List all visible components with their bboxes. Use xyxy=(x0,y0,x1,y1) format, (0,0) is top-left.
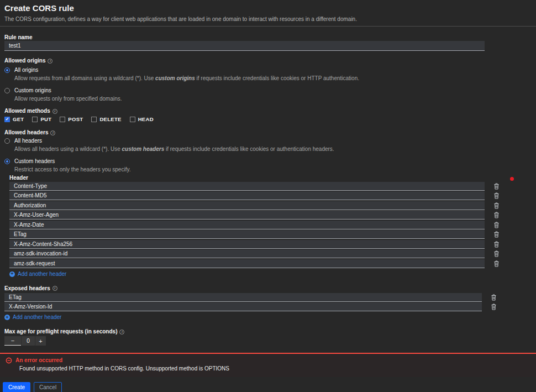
error-message: Found unsupported HTTP method in CORS co… xyxy=(19,365,536,372)
error-title: An error occurred xyxy=(15,357,62,364)
delete-header-button[interactable] xyxy=(493,202,500,209)
checkbox-label: HEAD xyxy=(138,116,154,122)
increment-button[interactable]: + xyxy=(35,336,46,346)
desc-text: if requests include credentials like coo… xyxy=(164,146,334,152)
delete-header-button[interactable] xyxy=(493,260,500,267)
desc-emphasis: custom headers xyxy=(122,146,165,152)
info-icon[interactable]: i xyxy=(52,286,57,291)
exposed-headers-label-text: Exposed headers xyxy=(4,285,50,292)
header-row xyxy=(9,259,536,268)
header-list-label: Header xyxy=(9,175,536,181)
header-input[interactable] xyxy=(9,249,485,258)
add-header-link[interactable]: + Add another header xyxy=(9,271,536,278)
radio-all-origins[interactable]: All origins xyxy=(4,67,536,74)
checkbox-icon[interactable] xyxy=(32,117,38,122)
max-age-label-text: Max age for preflight requests (in secon… xyxy=(4,328,117,335)
delete-header-button[interactable] xyxy=(493,212,500,219)
delete-header-button[interactable] xyxy=(491,294,497,301)
page-header: Create CORS rule The CORS configuration,… xyxy=(0,0,536,27)
header-row xyxy=(9,240,536,249)
checkbox-icon[interactable] xyxy=(60,117,65,122)
all-headers-description: Allows all headers using a wildcard (*).… xyxy=(14,146,536,153)
trash-icon xyxy=(493,260,500,267)
decrement-button[interactable]: − xyxy=(4,336,21,346)
custom-headers-list: Header xyxy=(9,175,536,278)
radio-label: Custom origins xyxy=(14,87,51,94)
checkbox-delete[interactable]: DELETE xyxy=(91,116,121,122)
delete-header-button[interactable] xyxy=(493,182,500,190)
desc-text: Allow requests from all domains using a … xyxy=(14,75,155,81)
header-input[interactable] xyxy=(9,211,485,219)
desc-text: Allows all headers using a wildcard (*).… xyxy=(14,146,122,152)
delete-header-button[interactable] xyxy=(491,304,497,311)
info-icon[interactable]: i xyxy=(52,109,57,114)
trash-icon xyxy=(491,294,497,301)
exposed-header-input[interactable] xyxy=(4,302,482,311)
desc-emphasis: custom origins xyxy=(155,75,195,81)
custom-origins-description: Allow requests only from specified domai… xyxy=(14,96,536,102)
plus-icon: + xyxy=(4,315,10,320)
delete-header-button[interactable] xyxy=(493,192,500,200)
header-input[interactable] xyxy=(9,182,485,191)
delete-header-button[interactable] xyxy=(493,221,500,228)
checkbox-get[interactable]: ✓ GET xyxy=(4,116,24,122)
delete-header-button[interactable] xyxy=(493,250,500,258)
exposed-header-input[interactable] xyxy=(4,293,482,302)
radio-button-icon[interactable] xyxy=(4,159,10,164)
radio-button-icon[interactable] xyxy=(4,88,10,93)
header-input[interactable] xyxy=(9,201,485,210)
checkbox-icon[interactable]: ✓ xyxy=(4,117,10,122)
radio-all-headers[interactable]: All headers xyxy=(4,138,536,144)
form-actions: Create Cancel xyxy=(3,382,536,392)
checkbox-label: DELETE xyxy=(99,116,121,122)
checkbox-put[interactable]: PUT xyxy=(32,116,51,122)
radio-custom-headers[interactable]: Custom headers xyxy=(4,158,536,165)
header-row xyxy=(9,230,536,239)
header-row xyxy=(4,293,536,302)
rule-name-input[interactable] xyxy=(4,41,485,51)
header-input[interactable] xyxy=(9,230,485,239)
create-button[interactable]: Create xyxy=(3,382,30,392)
trash-icon xyxy=(493,222,500,228)
header-row xyxy=(9,221,536,229)
allowed-origins-label: Allowed origins i xyxy=(4,58,536,64)
delete-header-button[interactable] xyxy=(493,231,500,238)
header-row xyxy=(4,302,536,311)
checkbox-head[interactable]: HEAD xyxy=(130,116,154,122)
radio-label: All origins xyxy=(14,67,38,74)
header-row xyxy=(9,182,536,191)
radio-custom-origins[interactable]: Custom origins xyxy=(4,87,536,94)
info-icon[interactable]: i xyxy=(50,130,55,135)
delete-header-button[interactable] xyxy=(493,241,500,248)
header-input[interactable] xyxy=(9,191,485,200)
header-input[interactable] xyxy=(9,259,485,268)
checkbox-icon[interactable] xyxy=(91,117,97,122)
checkbox-label: PUT xyxy=(40,116,51,122)
desc-text: Restrict access to only the headers you … xyxy=(14,166,130,173)
max-age-label: Max age for preflight requests (in secon… xyxy=(4,328,536,335)
pointer-annotation-dot xyxy=(510,177,514,181)
header-input[interactable] xyxy=(9,221,485,229)
trash-icon xyxy=(493,231,500,238)
radio-button-icon[interactable] xyxy=(4,138,10,144)
checkbox-icon[interactable] xyxy=(130,117,135,122)
custom-headers-description: Restrict access to only the headers you … xyxy=(14,166,536,173)
add-exposed-header-link[interactable]: + Add another header xyxy=(4,314,536,321)
cancel-button[interactable]: Cancel xyxy=(34,382,62,392)
header-row xyxy=(9,191,536,200)
header-row xyxy=(9,249,536,258)
max-age-stepper: − 0 + xyxy=(4,336,46,346)
create-cors-rule-page: { "page": { "title": "Create CORS rule",… xyxy=(0,0,536,392)
header-input[interactable] xyxy=(9,240,485,249)
rule-name-label: Rule name xyxy=(4,34,536,41)
allowed-headers-label-text: Allowed headers xyxy=(4,129,48,136)
allowed-headers-label: Allowed headers i xyxy=(4,129,536,136)
info-icon[interactable]: i xyxy=(119,330,124,334)
radio-button-icon[interactable] xyxy=(4,67,10,73)
checkbox-label: GET xyxy=(13,116,24,122)
error-header: An error occurred xyxy=(6,357,536,364)
max-age-value[interactable]: 0 xyxy=(21,336,35,346)
checkbox-post[interactable]: POST xyxy=(60,116,83,122)
info-icon[interactable]: i xyxy=(48,59,52,64)
all-origins-description: Allow requests from all domains using a … xyxy=(14,75,536,82)
